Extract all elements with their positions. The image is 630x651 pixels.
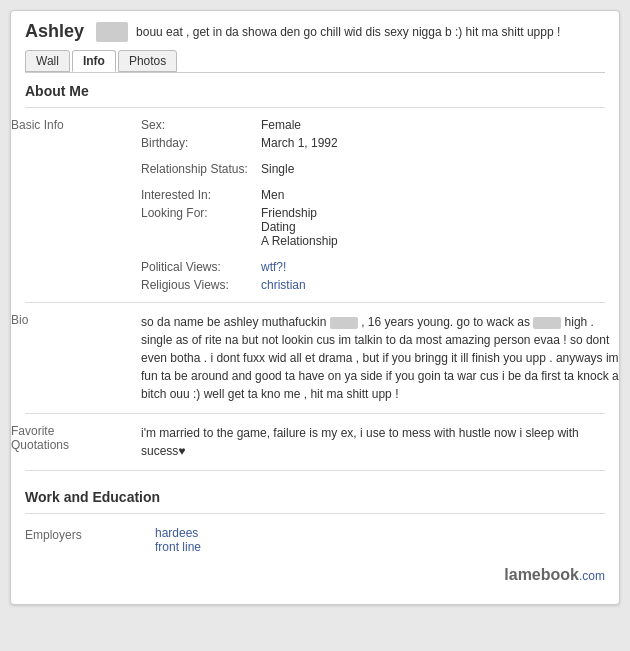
religious-views-link[interactable]: christian	[261, 278, 306, 292]
looking-for-1: Friendship	[261, 206, 619, 220]
religious-views-label: Religious Views:	[141, 276, 261, 294]
basic-info-label: Basic Info	[11, 118, 64, 132]
avatar	[96, 22, 128, 42]
bio-text-after-1: , 16 years young. go to wack as	[361, 315, 530, 329]
bio-table: Bio so da name be ashley muthafuckin , 1…	[11, 311, 619, 405]
bio-redacted-2	[533, 317, 561, 329]
bio-content: so da name be ashley muthafuckin , 16 ye…	[141, 311, 619, 405]
work-education-header: Work and Education	[11, 479, 619, 513]
bio-redacted-1	[330, 317, 358, 329]
employer-details: hardees front line	[155, 526, 605, 554]
employer-position-link[interactable]: front line	[155, 540, 201, 554]
quotations-label-1: Favorite	[11, 424, 141, 438]
political-views-label: Political Views:	[141, 258, 261, 276]
sex-field-label: Sex:	[141, 116, 261, 134]
bio-label: Bio	[11, 313, 28, 327]
employer-name-link[interactable]: hardees	[155, 526, 198, 540]
employers-row: Employers hardees front line	[25, 522, 605, 558]
religious-views-value: christian	[261, 276, 619, 294]
bio-text-before-1: so da name be ashley muthafuckin	[141, 315, 326, 329]
interested-in-value: Men	[261, 186, 619, 204]
tabs: Wall Info Photos	[11, 50, 619, 72]
profile-status: bouu eat , get in da showa den go chill …	[136, 25, 605, 39]
relationship-status-value: Single	[261, 160, 619, 178]
tab-wall[interactable]: Wall	[25, 50, 70, 72]
political-views-row: Political Views: wtf?!	[11, 258, 619, 276]
work-section-divider	[25, 513, 605, 514]
political-views-link[interactable]: wtf?!	[261, 260, 286, 274]
basic-info-table: Basic Info Sex: Female Birthday: March 1…	[11, 116, 619, 258]
tab-photos[interactable]: Photos	[118, 50, 177, 72]
religious-views-row: Religious Views: christian	[11, 276, 619, 294]
quotations-divider	[25, 413, 605, 414]
birthday-value: March 1, 1992	[261, 134, 619, 152]
looking-for-label: Looking For:	[141, 204, 261, 250]
work-section: Employers hardees front line	[11, 522, 619, 558]
sex-value: Female	[261, 116, 619, 134]
bio-row: Bio so da name be ashley muthafuckin , 1…	[11, 311, 619, 405]
relationship-status-label: Relationship Status:	[141, 160, 261, 178]
work-section-divider-top	[25, 470, 605, 471]
views-table: Political Views: wtf?! Religious Views: …	[11, 258, 619, 294]
quotations-label-2: Quotations	[11, 438, 141, 452]
employers-label: Employers	[25, 526, 155, 554]
quotations-table: Favorite Quotations i'm married to the g…	[11, 422, 619, 462]
about-me-header: About Me	[11, 73, 619, 107]
about-me-divider	[25, 107, 605, 108]
tab-info[interactable]: Info	[72, 50, 116, 72]
political-views-value: wtf?!	[261, 258, 619, 276]
looking-for-3: A Relationship	[261, 234, 619, 248]
looking-for-2: Dating	[261, 220, 619, 234]
bio-divider-top	[25, 302, 605, 303]
interested-in-label: Interested In:	[141, 186, 261, 204]
looking-for-values: Friendship Dating A Relationship	[261, 204, 619, 250]
basic-info-row: Basic Info Sex: Female	[11, 116, 619, 134]
quotations-row: Favorite Quotations i'm married to the g…	[11, 422, 619, 462]
lamebook-footer: lamebook.com	[11, 558, 619, 588]
profile-header: Ashley bouu eat , get in da showa den go…	[11, 11, 619, 50]
profile-page: Ashley bouu eat , get in da showa den go…	[10, 10, 620, 605]
lamebook-brand: lamebook	[504, 566, 579, 583]
lamebook-tld: .com	[579, 569, 605, 583]
profile-name: Ashley	[25, 21, 84, 42]
birthday-field-label: Birthday:	[141, 134, 261, 152]
quotations-text: i'm married to the game, failure is my e…	[141, 422, 619, 462]
